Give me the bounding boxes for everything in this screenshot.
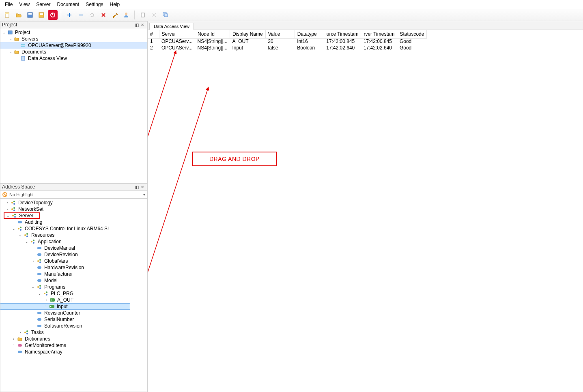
tree-dictionaries[interactable]: ›Dictionaries <box>10 336 147 342</box>
chevron-right-icon[interactable]: › <box>17 330 23 334</box>
svg-point-13 <box>125 13 127 15</box>
chevron-right-icon[interactable]: › <box>30 259 36 263</box>
settings-button[interactable] <box>110 10 120 20</box>
tree-server[interactable]: ⌄Server <box>4 212 40 219</box>
tree-device-topology[interactable]: ›DeviceTopology <box>4 199 147 206</box>
delete-button[interactable] <box>99 10 108 20</box>
chevron-down-icon[interactable]: ⌄ <box>11 227 17 231</box>
tree-serial-number[interactable]: SerialNumber <box>30 316 147 323</box>
tree-programs[interactable]: ⌄Programs <box>30 284 147 290</box>
tree-codesys[interactable]: ⌄CODESYS Control for Linux ARM64 SL <box>10 225 147 232</box>
tree-global-vars[interactable]: ›GlobalVars <box>30 258 147 264</box>
chevron-right-icon[interactable]: › <box>43 298 49 302</box>
svg-point-40 <box>33 242 34 244</box>
tree-resources[interactable]: ⌄Resources <box>17 232 147 238</box>
chevron-down-icon[interactable]: ⌄ <box>8 37 13 41</box>
chevron-down-icon[interactable]: ⌄ <box>5 214 11 218</box>
add-button[interactable] <box>65 10 74 20</box>
chevron-down-icon[interactable]: ⌄ <box>30 285 36 289</box>
clipboard-button[interactable] <box>138 10 148 20</box>
svg-point-34 <box>20 229 22 231</box>
chevron-down-icon[interactable]: ▾ <box>143 193 145 197</box>
tab-data-access-view[interactable]: Data Access View <box>149 23 194 30</box>
tree-namespace-array[interactable]: NamespaceArray <box>10 349 147 355</box>
folder-open-icon <box>15 12 22 18</box>
col--[interactable]: # <box>148 30 159 38</box>
dav-table[interactable]: #ServerNode IdDisplay NameValueDatatypeu… <box>148 30 427 51</box>
remove-button[interactable] <box>76 10 86 20</box>
col-rver-timestam[interactable]: rver Timestam <box>361 30 397 38</box>
table-row[interactable]: 1OPCUAServ...NS4|String||...A_OUT20Int16… <box>148 38 427 45</box>
tree-documents[interactable]: ⌄ Documents <box>7 49 147 55</box>
data-access-view[interactable]: #ServerNode IdDisplay NameValueDatatypeu… <box>148 30 583 392</box>
col-node-id[interactable]: Node Id <box>195 30 230 38</box>
panel-close-icon[interactable]: ✕ <box>140 23 145 27</box>
windows-button[interactable] <box>161 10 170 20</box>
menu-settings[interactable]: Settings <box>82 1 106 8</box>
save-button[interactable] <box>25 10 35 20</box>
open-button[interactable] <box>14 10 24 20</box>
chevron-right-icon[interactable]: › <box>4 207 10 211</box>
menu-file[interactable]: File <box>2 1 16 8</box>
cut-button[interactable] <box>149 10 159 20</box>
tree-application[interactable]: ⌄Application <box>23 238 147 245</box>
address-tree[interactable]: ›DeviceTopology ›NetworkSet ⌄Server Audi… <box>0 199 147 392</box>
menu-view[interactable]: View <box>16 1 33 8</box>
tree-revision-counter[interactable]: RevisionCounter <box>30 310 147 316</box>
cell-src: 17:42:02.640 <box>324 45 361 51</box>
tree-network-set[interactable]: ›NetworkSet <box>4 206 147 212</box>
tree-hardware-revision[interactable]: HardwareRevision <box>30 264 147 271</box>
col-datatype[interactable]: Datatype <box>295 30 324 38</box>
panel-pin-icon[interactable]: ◧ <box>134 23 140 27</box>
tree-get-monitored-items[interactable]: ›GetMonitoredItems <box>10 342 147 349</box>
folder-icon <box>13 49 20 55</box>
chevron-right-icon[interactable]: › <box>43 304 49 308</box>
save-all-button[interactable] <box>37 10 46 20</box>
chevron-down-icon[interactable]: ⌄ <box>17 233 23 237</box>
panel-close-icon[interactable]: ✕ <box>140 185 145 189</box>
col-statuscode[interactable]: Statuscode <box>397 30 427 38</box>
col-urce-timestam[interactable]: urce Timestam <box>324 30 361 38</box>
chevron-right-icon[interactable]: › <box>4 201 10 205</box>
svg-point-37 <box>26 236 28 237</box>
new-doc-button[interactable] <box>2 10 12 20</box>
menu-help[interactable]: Help <box>107 1 123 8</box>
col-display-name[interactable]: Display Name <box>230 30 266 38</box>
refresh-button[interactable] <box>87 10 97 20</box>
tree-device-manual[interactable]: DeviceManual <box>30 245 147 251</box>
chevron-right-icon[interactable]: › <box>11 343 17 347</box>
tree-device-revision[interactable]: DeviceRevision <box>30 251 147 258</box>
table-row[interactable]: 2OPCUAServ...NS4|String||...InputfalseBo… <box>148 45 427 51</box>
chevron-down-icon[interactable]: ⌄ <box>37 291 43 296</box>
tree-a-out[interactable]: ›A_OUT <box>43 297 147 303</box>
tree-manufacturer[interactable]: Manufacturer <box>30 271 147 277</box>
tree-plc-prg[interactable]: ⌄PLC_PRG <box>36 290 147 297</box>
tree-auditing[interactable]: Auditing <box>10 219 147 225</box>
user-button[interactable] <box>121 10 131 20</box>
tree-root-project[interactable]: ⌄ Project <box>0 29 147 36</box>
svg-point-36 <box>26 233 28 235</box>
menu-document[interactable]: Document <box>54 1 82 8</box>
chevron-down-icon[interactable]: ⌄ <box>24 240 30 244</box>
svg-point-54 <box>46 294 47 296</box>
chevron-down-icon[interactable]: ⌄ <box>8 50 13 54</box>
highlight-dropdown[interactable]: No Highlight ▾ <box>0 191 147 199</box>
col-value[interactable]: Value <box>265 30 295 38</box>
svg-rect-46 <box>37 266 41 269</box>
panel-pin-icon[interactable]: ◧ <box>134 185 140 189</box>
tree-tasks[interactable]: ›Tasks <box>17 329 147 336</box>
tree-input[interactable]: ›Input <box>0 303 130 310</box>
col-server[interactable]: Server <box>159 30 195 38</box>
annotation-arrows <box>148 30 432 342</box>
menu-server[interactable]: Server <box>33 1 54 8</box>
method-icon <box>17 342 23 349</box>
tree-software-revision[interactable]: SoftwareRevision <box>30 323 147 329</box>
tree-model[interactable]: Model <box>30 277 147 284</box>
tree-dav-doc[interactable]: Data Access View <box>13 55 147 62</box>
tree-server-node[interactable]: OPCUAServer@RevPi99920 <box>0 42 147 49</box>
chevron-down-icon[interactable]: ⌄ <box>1 30 7 34</box>
tree-servers[interactable]: ⌄ Servers <box>7 36 147 42</box>
power-button[interactable] <box>48 10 58 20</box>
chevron-right-icon[interactable]: › <box>11 337 17 341</box>
project-tree[interactable]: ⌄ Project ⌄ Servers <box>0 28 147 183</box>
